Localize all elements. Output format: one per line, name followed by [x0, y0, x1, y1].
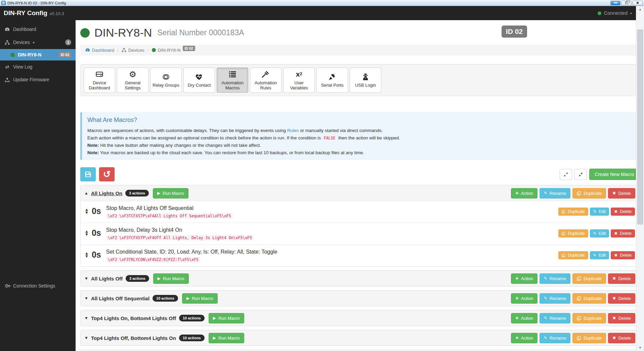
- delete-action-button[interactable]: ✖Delete: [611, 229, 635, 237]
- sort-handle[interactable]: ▲▼: [85, 208, 89, 214]
- macro-name[interactable]: All Lights Off: [91, 276, 123, 281]
- sidebar-item-dashboard[interactable]: Dashboard: [0, 23, 76, 36]
- button-label: Action: [521, 296, 533, 301]
- sort-handle[interactable]: ▲▼: [85, 230, 89, 236]
- action-row-buttons: Duplicate ✎Edit ✖Delete: [558, 229, 635, 237]
- macro-name[interactable]: Top4 Lights On, Bottom4 Lights Off: [91, 315, 176, 321]
- rename-macro-button[interactable]: ✎Rename: [540, 333, 570, 343]
- duplicate-action-button[interactable]: Duplicate: [558, 251, 588, 259]
- close-button[interactable]: ✖: [633, 1, 643, 5]
- add-action-button[interactable]: +Action: [511, 293, 538, 304]
- sort-down-icon: ▼: [85, 255, 89, 258]
- sidebar-item-view-log[interactable]: ⇄ View Log: [0, 60, 76, 73]
- add-action-button[interactable]: +Action: [511, 313, 538, 323]
- edit-action-button[interactable]: ✎Edit: [590, 229, 609, 237]
- caret-down-icon: ▼: [84, 316, 88, 320]
- x-icon: ✖: [612, 336, 616, 340]
- vertical-scrollbar[interactable]: ▲ ▼: [636, 6, 644, 351]
- button-label: Action: [521, 336, 533, 341]
- rename-macro-button[interactable]: ✎Rename: [540, 293, 570, 304]
- macro-name[interactable]: All Lights Off Sequential: [91, 296, 149, 301]
- connection-status-dropdown[interactable]: Connected ▾: [598, 10, 632, 16]
- chevron-down-icon: ▾: [630, 11, 632, 15]
- tab-automation-rules[interactable]: Automation Rules: [250, 68, 282, 93]
- undo-button[interactable]: ↺: [99, 167, 115, 181]
- scrollbar-thumb[interactable]: [637, 30, 643, 224]
- tab-general-settings[interactable]: ⚙ General Settings: [117, 68, 148, 93]
- edit-action-button[interactable]: ✎Edit: [590, 251, 609, 259]
- sidebar-item-din-ry8-n[interactable]: DIN-RY8-N ID 02: [0, 49, 76, 60]
- delete-macro-button[interactable]: ✖Delete: [608, 313, 635, 323]
- button-label: Run Macro: [218, 336, 240, 341]
- breadcrumb-devices-link[interactable]: Devices: [122, 48, 144, 53]
- breadcrumb-dashboard-link[interactable]: Dashboard: [85, 48, 114, 53]
- duplicate-macro-button[interactable]: Duplicate: [572, 333, 606, 343]
- restore-button[interactable]: [621, 1, 632, 5]
- macro-name[interactable]: All Lights On: [91, 190, 122, 196]
- callout-line-2: Each action within a macro can be assign…: [87, 134, 634, 142]
- sidebar-item-update-firmware[interactable]: Update Firmware: [0, 73, 76, 86]
- duplicate-action-button[interactable]: Duplicate: [558, 229, 588, 237]
- sitemap-icon: [122, 48, 126, 52]
- duplicate-macro-button[interactable]: Duplicate: [572, 188, 606, 199]
- macro-header[interactable]: ▼ All Lights Off 3 actions ▶Run Macro +A…: [81, 271, 639, 286]
- edit-action-button[interactable]: ✎Edit: [590, 208, 609, 216]
- rename-macro-button[interactable]: ✎Rename: [540, 273, 570, 284]
- rename-macro-button[interactable]: ✎Rename: [540, 313, 570, 323]
- duplicate-macro-button[interactable]: Duplicate: [572, 273, 606, 284]
- run-macro-button[interactable]: ▶Run Macro: [209, 333, 244, 343]
- create-new-macro-button[interactable]: Create New Macro: [589, 169, 639, 180]
- add-action-button[interactable]: +Action: [511, 333, 538, 343]
- add-action-button[interactable]: +Action: [511, 188, 538, 199]
- delete-macro-button[interactable]: ✖Delete: [608, 293, 635, 304]
- play-icon: ▶: [213, 336, 216, 340]
- scroll-up-arrow-icon[interactable]: ▲: [636, 8, 644, 11]
- sidebar-item-connection-settings[interactable]: ⚙⚙ Connection Settings: [0, 279, 76, 292]
- run-macro-button[interactable]: ▶Run Macro: [153, 273, 189, 284]
- macro-header[interactable]: ▼ Top4 Lights On, Bottom4 Lights Off 10 …: [81, 310, 639, 326]
- tab-serial-ports[interactable]: Serial Ports: [316, 68, 348, 93]
- rules-link[interactable]: Rules: [287, 128, 299, 133]
- page-title: DIN-RY8-N: [94, 26, 152, 39]
- breadcrumb-label: DIN-RY8-N: [158, 48, 181, 53]
- duplicate-action-button[interactable]: Duplicate: [558, 208, 588, 216]
- tab-dry-contact[interactable]: Dry Contact: [183, 68, 215, 93]
- callout-note-1: Note: Hit the save button after making a…: [87, 142, 634, 149]
- collapse-all-button[interactable]: [574, 169, 587, 180]
- caret-down-icon: ▼: [84, 276, 88, 281]
- run-macro-button[interactable]: ▶Run Macro: [209, 313, 244, 323]
- minimize-button[interactable]: [610, 1, 620, 5]
- duplicate-macro-button[interactable]: Duplicate: [572, 293, 606, 304]
- sidebar-label: Devices: [13, 40, 30, 45]
- macro-actions-count-badge: 10 actions: [153, 295, 178, 302]
- x-icon: ✖: [612, 296, 616, 300]
- delete-macro-button[interactable]: ✖Delete: [608, 188, 635, 199]
- tab-relay-groups[interactable]: Relay Groups: [150, 68, 182, 93]
- macro-header[interactable]: ▼ All Lights Off Sequential 10 actions ▶…: [81, 291, 639, 306]
- tab-device-dashboard[interactable]: Device Dashboard: [84, 68, 115, 93]
- run-macro-button[interactable]: ▶Run Macro: [182, 293, 218, 304]
- expand-all-button[interactable]: [560, 169, 572, 180]
- run-macro-button[interactable]: ▶Run Macro: [153, 188, 188, 199]
- gears-icon: ⚙⚙: [4, 283, 10, 289]
- tab-automation-macros[interactable]: Automation Macros: [217, 68, 248, 93]
- rename-macro-button[interactable]: ✎Rename: [540, 188, 570, 199]
- duplicate-macro-button[interactable]: Duplicate: [572, 313, 606, 323]
- delete-macro-button[interactable]: ✖Delete: [608, 273, 635, 284]
- macro-header[interactable]: ▼ Top4 Lights Off, Bottom4 Lights On 10 …: [81, 330, 639, 346]
- delete-action-button[interactable]: ✖Delete: [611, 208, 635, 216]
- callout-text: Macros are sequences of actions, with cu…: [87, 128, 287, 133]
- brand-name: DIN-RY Config: [4, 9, 47, 17]
- add-action-button[interactable]: +Action: [511, 273, 538, 284]
- macro-header[interactable]: ▲ All Lights On 3 actions ▶Run Macro +Ac…: [81, 185, 639, 201]
- copy-icon: [577, 316, 581, 320]
- tab-usb-login[interactable]: USB Login: [350, 68, 381, 93]
- scroll-down-arrow-icon[interactable]: ▼: [636, 346, 644, 349]
- tab-user-variables[interactable]: x2 User Variables: [283, 68, 315, 93]
- save-button[interactable]: [80, 167, 96, 181]
- macro-name[interactable]: Top4 Lights Off, Bottom4 Lights On: [91, 335, 176, 341]
- delete-macro-button[interactable]: ✖Delete: [608, 333, 635, 343]
- delete-action-button[interactable]: ✖Delete: [611, 251, 635, 259]
- sidebar-item-devices[interactable]: Devices ▾ 1: [0, 36, 76, 49]
- sort-handle[interactable]: ▲▼: [85, 252, 89, 258]
